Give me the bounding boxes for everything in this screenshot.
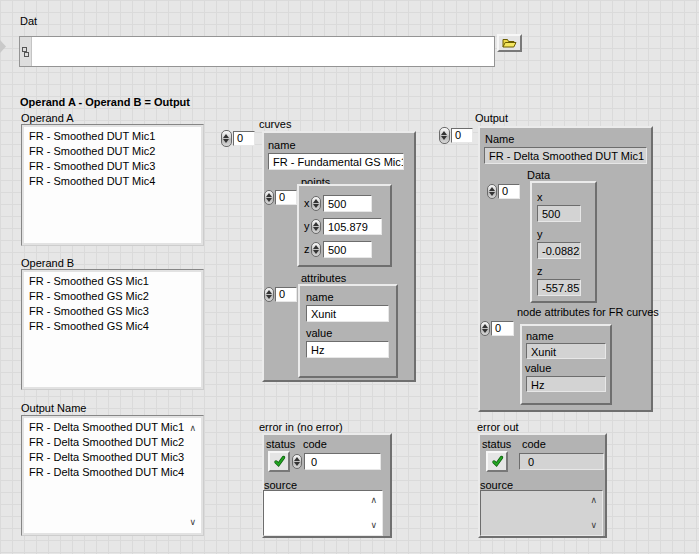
x-field[interactable]: 500 (323, 195, 372, 212)
output-index-value[interactable]: 0 (451, 128, 473, 143)
error-out-status-indicator (486, 451, 508, 472)
node-attributes-label: node attributes for FR curves (517, 306, 659, 319)
green-check-icon (491, 455, 504, 468)
path-control-label: Dat (20, 15, 37, 28)
data-index-value[interactable]: 0 (498, 184, 520, 199)
increment-icon[interactable] (294, 457, 300, 461)
error-in-status-button[interactable] (268, 451, 290, 472)
list-item[interactable]: FR - Delta Smoothed DUT Mic1 (29, 420, 201, 435)
node-attribute-value-label: value (525, 362, 551, 375)
node-attribute-value-field: Hz (526, 376, 606, 392)
increment-icon[interactable] (266, 193, 272, 197)
z-spinner[interactable] (311, 242, 321, 257)
error-out-status-label: status (482, 438, 511, 451)
points-index-value[interactable]: 0 (275, 190, 297, 205)
increment-icon[interactable] (489, 187, 495, 191)
decrement-icon[interactable] (313, 250, 319, 254)
list-item[interactable]: FR - Smoothed DUT Mic4 (29, 174, 201, 189)
node-attributes-index-value[interactable]: 0 (491, 321, 514, 336)
list-item[interactable]: FR - Delta Smoothed DUT Mic4 (29, 465, 201, 480)
list-item[interactable]: FR - Delta Smoothed DUT Mic3 (29, 450, 201, 465)
attributes-index-spinner[interactable] (264, 287, 274, 302)
output-index-spinner[interactable] (439, 127, 450, 144)
decrement-icon[interactable] (441, 136, 447, 140)
list-item[interactable]: FR - Smoothed GS Mic1 (29, 274, 201, 289)
error-in-source-field[interactable]: ∧ ∨ (263, 490, 383, 536)
data-y-label: y (537, 228, 543, 241)
list-item[interactable]: FR - Smoothed DUT Mic3 (29, 159, 201, 174)
curves-cluster-label: curves (259, 118, 291, 131)
y-spinner[interactable] (311, 219, 321, 234)
x-spinner[interactable] (311, 196, 321, 211)
z-field[interactable]: 500 (323, 241, 372, 258)
attribute-value-field[interactable]: Hz (306, 341, 389, 358)
output-name-list: FR - Delta Smoothed DUT Mic1FR - Delta S… (24, 418, 201, 533)
curves-index-spinner[interactable] (221, 130, 232, 147)
z-label: z (304, 243, 310, 256)
error-out-code-field: 0 (519, 453, 604, 470)
operand-b-listbox[interactable]: FR - Smoothed GS Mic1FR - Smoothed GS Mi… (21, 269, 204, 390)
attribute-name-field[interactable]: Xunit (306, 305, 389, 322)
list-item[interactable]: FR - Smoothed DUT Mic2 (29, 144, 201, 159)
attributes-index-value[interactable]: 0 (275, 287, 297, 302)
increment-icon[interactable] (313, 222, 319, 226)
decrement-icon[interactable] (266, 198, 272, 202)
decrement-icon[interactable] (313, 227, 319, 231)
data-z-field: -557.857 (537, 279, 581, 296)
curves-index-value[interactable]: 0 (233, 131, 255, 146)
decrement-icon[interactable] (294, 462, 300, 466)
clipped-edge-artifact (0, 40, 6, 53)
y-label: y (304, 220, 310, 233)
increment-icon[interactable] (482, 324, 488, 328)
operand-b-list: FR - Smoothed GS Mic1FR - Smoothed GS Mi… (24, 272, 201, 387)
list-item[interactable]: FR - Smoothed GS Mic3 (29, 304, 201, 319)
operand-a-list: FR - Smoothed DUT Mic1FR - Smoothed DUT … (24, 127, 201, 243)
list-item[interactable]: FR - Smoothed GS Mic4 (29, 319, 201, 334)
path-type-gutter (20, 37, 32, 66)
y-field[interactable]: 105.879 (323, 218, 382, 235)
error-in-code-label: code (303, 438, 327, 451)
green-check-icon (273, 455, 286, 468)
decrement-icon[interactable] (313, 204, 319, 208)
node-attribute-name-field: Xunit (526, 343, 606, 359)
browse-button[interactable] (497, 34, 522, 52)
output-name-listbox[interactable]: FR - Delta Smoothed DUT Mic1FR - Delta S… (21, 415, 204, 536)
increment-icon[interactable] (313, 199, 319, 203)
output-name-field-label: Name (485, 133, 514, 146)
error-in-code-field[interactable]: 0 (304, 453, 381, 470)
data-x-label: x (537, 191, 543, 204)
increment-icon[interactable] (223, 134, 229, 138)
scroll-up-icon[interactable]: ∧ (590, 496, 597, 505)
open-folder-icon (502, 38, 517, 48)
data-y-field: -0.08823 (537, 242, 581, 259)
node-attributes-index-spinner[interactable] (480, 321, 490, 336)
increment-icon[interactable] (313, 245, 319, 249)
list-item[interactable]: FR - Smoothed DUT Mic1 (29, 129, 201, 144)
error-out-code-label: code (522, 438, 546, 451)
decrement-icon[interactable] (223, 139, 229, 143)
list-item[interactable]: FR - Smoothed GS Mic2 (29, 289, 201, 304)
scroll-down-icon[interactable]: ∨ (590, 521, 597, 530)
scroll-up-icon[interactable]: ∧ (370, 496, 377, 505)
scroll-down-icon[interactable]: ∨ (189, 518, 196, 527)
attribute-name-label: name (306, 291, 334, 304)
error-in-code-spinner[interactable] (292, 454, 302, 469)
curve-name-field[interactable]: FR - Fundamental GS Mic1 (268, 153, 404, 170)
points-index-spinner[interactable] (264, 190, 274, 205)
scroll-down-icon[interactable]: ∨ (370, 521, 377, 530)
x-label: x (304, 197, 310, 210)
output-cluster-label: Output (475, 112, 508, 125)
path-input[interactable] (19, 36, 495, 67)
operand-a-listbox[interactable]: FR - Smoothed DUT Mic1FR - Smoothed DUT … (21, 124, 204, 246)
decrement-icon[interactable] (266, 295, 272, 299)
decrement-icon[interactable] (482, 329, 488, 333)
decrement-icon[interactable] (489, 192, 495, 196)
increment-icon[interactable] (441, 131, 447, 135)
curve-name-label: name (268, 139, 296, 152)
output-name-label: Output Name (21, 402, 86, 415)
increment-icon[interactable] (266, 290, 272, 294)
data-index-spinner[interactable] (487, 184, 497, 199)
scroll-up-icon[interactable]: ∧ (189, 424, 196, 433)
list-item[interactable]: FR - Delta Smoothed DUT Mic2 (29, 435, 201, 450)
attribute-value-label: value (306, 327, 332, 340)
